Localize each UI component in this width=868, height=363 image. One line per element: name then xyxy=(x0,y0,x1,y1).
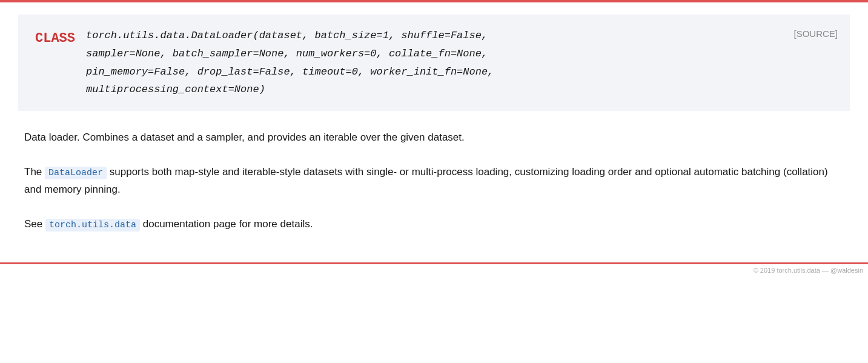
class-signature-block: CLASS torch.utils.data.DataLoader(datase… xyxy=(18,15,850,111)
description-paragraph2: The DataLoader supports both map-style a… xyxy=(24,164,844,199)
page-wrapper: CLASS torch.utils.data.DataLoader(datase… xyxy=(0,0,868,277)
paragraph2-after: supports both map-style and iterable-sty… xyxy=(24,166,828,195)
class-signature-text: torch.utils.data.DataLoader(dataset, bat… xyxy=(86,27,835,99)
source-link[interactable]: [SOURCE] xyxy=(793,27,838,41)
signature-line3: pin_memory=False, drop_last=False, timeo… xyxy=(86,66,494,78)
paragraph3-before: See xyxy=(24,218,45,230)
signature-line4: multiprocessing_context=None) xyxy=(86,84,265,95)
paragraph3-after: documentation page for more details. xyxy=(140,218,313,230)
content-area: CLASS torch.utils.data.DataLoader(datase… xyxy=(0,2,868,262)
description-section: Data loader. Combines a dataset and a sa… xyxy=(18,129,850,233)
paragraph1-text: Data loader. Combines a dataset and a sa… xyxy=(24,132,465,143)
signature-line1: torch.utils.data.DataLoader(dataset, bat… xyxy=(86,30,488,41)
class-keyword: CLASS xyxy=(35,27,75,49)
class-signature-inner: CLASS torch.utils.data.DataLoader(datase… xyxy=(35,27,835,99)
dataloader-inline-code: DataLoader xyxy=(45,167,107,179)
bottom-attribution: © 2019 torch.utils.data — @waldesin xyxy=(0,264,868,278)
description-paragraph3: See torch.utils.data documentation page … xyxy=(24,216,844,233)
paragraph2-before: The xyxy=(24,166,45,178)
torch-utils-data-link[interactable]: torch.utils.data xyxy=(45,219,140,231)
bottom-footer: © 2019 torch.utils.data — @waldesin xyxy=(0,262,868,278)
signature-line2: sampler=None, batch_sampler=None, num_wo… xyxy=(86,48,488,59)
description-paragraph1: Data loader. Combines a dataset and a sa… xyxy=(24,129,844,147)
